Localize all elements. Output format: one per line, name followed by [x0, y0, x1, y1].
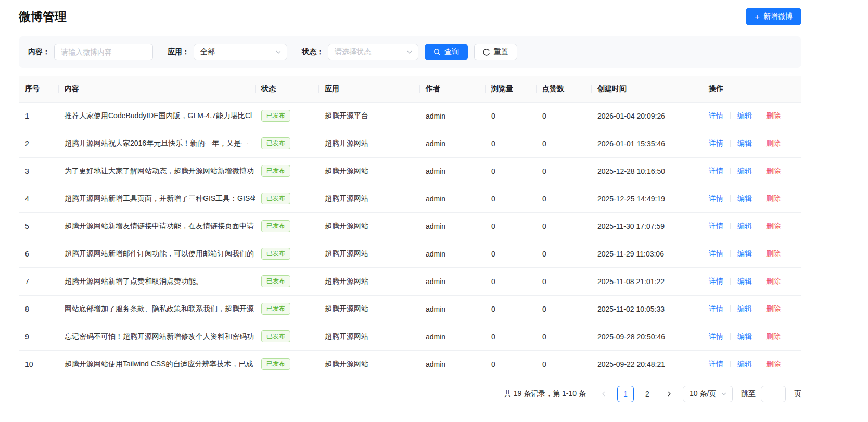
- edit-link[interactable]: 编辑: [737, 360, 752, 369]
- app-select-value: 全部: [200, 47, 215, 57]
- detail-link[interactable]: 详情: [709, 167, 723, 176]
- cell-app: 超腾开源网站: [318, 212, 419, 240]
- delete-link[interactable]: 删除: [766, 167, 781, 176]
- cell-likes: 0: [536, 185, 591, 212]
- table-row: 6 超腾开源网站新增邮件订阅功能，可以使用邮箱订阅我们的 已发布 超腾开源网站 …: [19, 240, 801, 267]
- edit-link[interactable]: 编辑: [737, 194, 752, 203]
- cell-status: 已发布: [255, 323, 318, 350]
- cell-views: 0: [485, 130, 536, 157]
- edit-link[interactable]: 编辑: [737, 304, 752, 314]
- cell-content: 忘记密码不可怕！超腾开源网站新增修改个人资料和密码功: [58, 323, 255, 350]
- delete-link[interactable]: 删除: [766, 111, 781, 121]
- delete-link[interactable]: 删除: [766, 249, 781, 259]
- jump-page-input[interactable]: [761, 386, 786, 402]
- table-row: 4 超腾开源网站新增工具页面，并新增了三种GIS工具：GIS坐 已发布 超腾开源…: [19, 185, 801, 212]
- pagination-total: 共 19 条记录，第 1-10 条: [504, 389, 586, 399]
- col-header-ops: 操作: [703, 76, 801, 102]
- edit-link[interactable]: 编辑: [737, 139, 752, 148]
- cell-app: 超腾开源网站: [318, 295, 419, 323]
- page-number-2[interactable]: 2: [639, 386, 656, 402]
- weibo-content-text: 超腾开源网站使用Tailwind CSS的自适应分辨率技术，已成: [65, 360, 253, 368]
- delete-link[interactable]: 删除: [766, 360, 781, 369]
- cell-ops: 详情 编辑 删除: [703, 212, 801, 240]
- cell-no: 3: [19, 157, 58, 185]
- cell-likes: 0: [536, 157, 591, 185]
- search-button-label: 查询: [444, 47, 459, 57]
- page-size-value: 10 条/页: [690, 389, 716, 399]
- weibo-content-text: 超腾开源网站祝大家2016年元旦快乐！新的一年，又是一: [65, 139, 248, 147]
- table-row: 8 网站底部增加了服务条款、隐私政策和联系我们，超腾开源 已发布 超腾开源网站 …: [19, 295, 801, 323]
- cell-likes: 0: [536, 212, 591, 240]
- cell-content: 超腾开源网站新增邮件订阅功能，可以使用邮箱订阅我们的: [58, 240, 255, 267]
- weibo-content-text: 超腾开源网站新增工具页面，并新增了三种GIS工具：GIS坐: [65, 194, 255, 202]
- page-number-1[interactable]: 1: [617, 386, 634, 402]
- detail-link[interactable]: 详情: [709, 111, 723, 121]
- next-page-button[interactable]: [661, 386, 678, 402]
- delete-link[interactable]: 删除: [766, 139, 781, 148]
- detail-link[interactable]: 详情: [709, 304, 723, 314]
- ops-divider: [730, 112, 731, 119]
- status-select[interactable]: 请选择状态: [328, 44, 418, 60]
- reset-button[interactable]: 重置: [474, 44, 517, 60]
- edit-link[interactable]: 编辑: [737, 277, 752, 286]
- ops-divider: [730, 305, 731, 312]
- delete-link[interactable]: 删除: [766, 277, 781, 286]
- prev-page-button[interactable]: [595, 386, 612, 402]
- status-badge: 已发布: [261, 193, 290, 204]
- cell-created: 2025-11-29 11:03:06: [591, 240, 703, 267]
- table-row: 1 推荐大家使用CodeBuddyIDE国内版，GLM-4.7能力堪比Cl 已发…: [19, 102, 801, 130]
- delete-link[interactable]: 删除: [766, 304, 781, 314]
- app-select[interactable]: 全部: [194, 44, 287, 60]
- chevron-left-icon: [601, 391, 607, 397]
- cell-no: 6: [19, 240, 58, 267]
- cell-ops: 详情 编辑 删除: [703, 102, 801, 130]
- detail-link[interactable]: 详情: [709, 332, 723, 341]
- table-row: 7 超腾开源网站新增了点赞和取消点赞功能。 已发布 超腾开源网站 admin 0…: [19, 267, 801, 295]
- weibo-content-text: 超腾开源网站新增邮件订阅功能，可以使用邮箱订阅我们的: [65, 249, 254, 258]
- delete-link[interactable]: 删除: [766, 194, 781, 203]
- ops-divider: [759, 168, 759, 174]
- search-button[interactable]: 查询: [425, 44, 468, 60]
- ops-divider: [730, 250, 731, 257]
- detail-link[interactable]: 详情: [709, 222, 723, 231]
- delete-link[interactable]: 删除: [766, 222, 781, 231]
- col-header-views: 浏览量: [485, 76, 536, 102]
- edit-link[interactable]: 编辑: [737, 167, 752, 176]
- cell-views: 0: [485, 185, 536, 212]
- cell-status: 已发布: [255, 240, 318, 267]
- cell-author: admin: [419, 350, 485, 378]
- cell-ops: 详情 编辑 删除: [703, 130, 801, 157]
- detail-link[interactable]: 详情: [709, 277, 723, 286]
- edit-link[interactable]: 编辑: [737, 222, 752, 231]
- cell-author: admin: [419, 240, 485, 267]
- cell-ops: 详情 编辑 删除: [703, 240, 801, 267]
- cell-author: admin: [419, 212, 485, 240]
- plus-icon: +: [755, 12, 760, 21]
- cell-author: admin: [419, 157, 485, 185]
- cell-views: 0: [485, 102, 536, 130]
- content-label: 内容：: [28, 47, 50, 57]
- cell-app: 超腾开源网站: [318, 157, 419, 185]
- detail-link[interactable]: 详情: [709, 249, 723, 259]
- weibo-management-page: 微博管理 + 新增微博 内容： 应用： 全部 状态： 请选择状态 查询: [19, 0, 801, 413]
- cell-likes: 0: [536, 130, 591, 157]
- weibo-content-text: 为了更好地让大家了解网站动态，超腾开源网站新增微博功: [65, 167, 254, 175]
- col-header-status: 状态: [255, 76, 318, 102]
- page-size-select[interactable]: 10 条/页: [683, 386, 733, 402]
- cell-created: 2025-11-08 21:01:22: [591, 267, 703, 295]
- cell-created: 2026-01-01 15:35:46: [591, 130, 703, 157]
- add-weibo-button[interactable]: + 新增微博: [746, 8, 801, 25]
- detail-link[interactable]: 详情: [709, 139, 723, 148]
- delete-link[interactable]: 删除: [766, 332, 781, 341]
- edit-link[interactable]: 编辑: [737, 111, 752, 121]
- detail-link[interactable]: 详情: [709, 360, 723, 369]
- edit-link[interactable]: 编辑: [737, 332, 752, 341]
- chevron-down-icon: [275, 49, 282, 55]
- ops-divider: [759, 361, 759, 367]
- ops-divider: [759, 112, 759, 119]
- detail-link[interactable]: 详情: [709, 194, 723, 203]
- edit-link[interactable]: 编辑: [737, 249, 752, 259]
- add-weibo-label: 新增微博: [763, 12, 793, 21]
- cell-views: 0: [485, 212, 536, 240]
- content-input[interactable]: [54, 44, 153, 60]
